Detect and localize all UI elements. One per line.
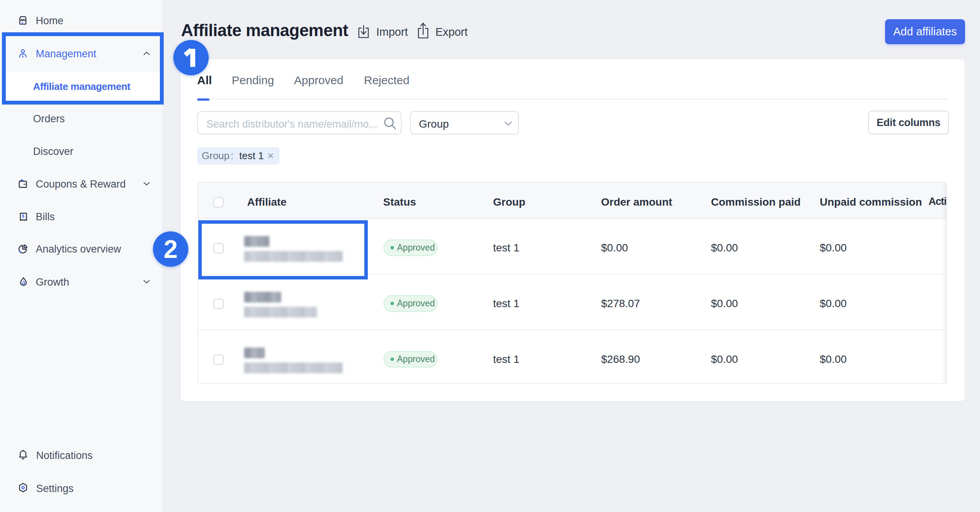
svg-text:$: $ [22,214,25,218]
